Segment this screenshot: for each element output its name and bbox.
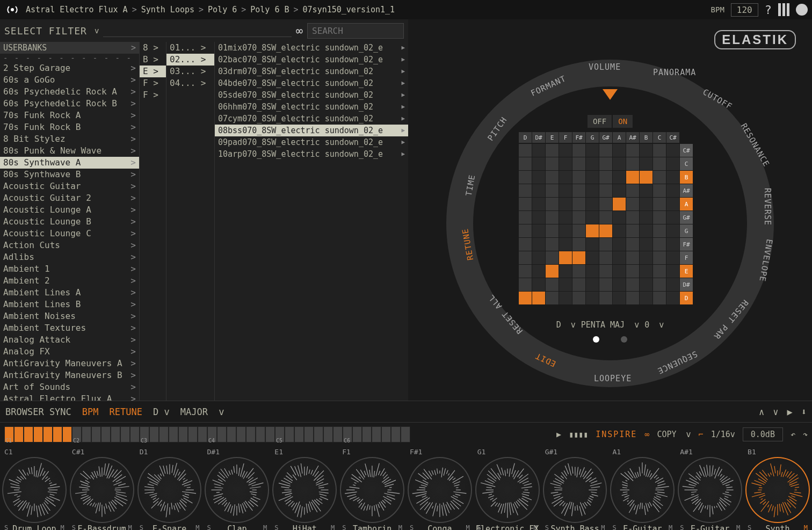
pad-waveform[interactable] — [475, 457, 540, 523]
browser-item[interactable]: F > — [140, 89, 166, 101]
note-cell[interactable] — [666, 292, 679, 304]
note-cell[interactable] — [572, 224, 585, 237]
userbank-item[interactable]: 80s Punk & New Wave> — [0, 145, 139, 157]
note-cell[interactable] — [559, 157, 572, 170]
note-cell[interactable] — [626, 198, 639, 210]
note-cell[interactable] — [626, 265, 639, 278]
note-row-label[interactable]: A# — [680, 184, 693, 197]
note-cell[interactable] — [599, 292, 612, 304]
note-cell[interactable] — [532, 198, 545, 210]
note-cell[interactable] — [546, 251, 559, 264]
sample-item[interactable]: 03drm070_8SW_electric sundown_02▶ — [215, 66, 408, 77]
play-icon[interactable]: ▶ — [556, 430, 561, 439]
download-icon[interactable]: ⬇ — [801, 406, 807, 417]
note-cell[interactable] — [546, 184, 559, 197]
note-cell[interactable] — [626, 251, 639, 264]
page-dot[interactable] — [593, 336, 599, 343]
note-cell[interactable] — [586, 292, 599, 304]
infinity-icon[interactable]: ∞ — [296, 24, 303, 38]
note-cell[interactable] — [532, 238, 545, 251]
note-cell[interactable] — [653, 292, 666, 304]
note-cell[interactable] — [532, 251, 545, 264]
userbank-item[interactable]: 60s a GoGo> — [0, 74, 139, 86]
note-cell[interactable] — [559, 265, 572, 278]
note-cell[interactable] — [626, 238, 639, 251]
sync-mode[interactable]: MAJOR v — [180, 406, 224, 417]
note-cell[interactable] — [599, 211, 612, 224]
note-cell[interactable] — [599, 171, 612, 184]
browser-item[interactable]: E > — [140, 66, 166, 77]
note-cell[interactable] — [640, 224, 653, 237]
pad-waveform[interactable] — [205, 457, 269, 523]
note-cell[interactable] — [519, 157, 532, 170]
note-cell[interactable] — [519, 238, 532, 251]
note-cell[interactable] — [532, 144, 545, 157]
note-cell[interactable] — [572, 238, 585, 251]
note-cell[interactable] — [572, 144, 585, 157]
userbank-item[interactable]: Ambient Lines B> — [0, 299, 139, 310]
breadcrumb-item[interactable]: Poly 6 B — [250, 5, 289, 14]
ring-loopeye[interactable]: LOOPEYE — [594, 374, 632, 383]
note-cell[interactable] — [559, 251, 572, 264]
scale-root[interactable]: D v — [556, 320, 576, 330]
ring-reverse[interactable]: REVERSE — [763, 188, 772, 226]
note-cell[interactable] — [599, 251, 612, 264]
note-cell[interactable] — [572, 157, 585, 170]
userbank-item[interactable]: 60s Psychedelic Rock B> — [0, 98, 139, 110]
userbank-item[interactable]: Acoustic Lounge B> — [0, 216, 139, 228]
note-cell[interactable] — [572, 184, 585, 197]
note-cell[interactable] — [586, 224, 599, 237]
note-cell[interactable] — [586, 171, 599, 184]
note-cell[interactable] — [653, 157, 666, 170]
note-cell[interactable] — [532, 265, 545, 278]
browser-sync-label[interactable]: BROWSER SYNC — [5, 406, 71, 417]
note-cell[interactable] — [546, 211, 559, 224]
note-cell[interactable] — [613, 224, 626, 237]
note-cell[interactable] — [613, 211, 626, 224]
note-cell[interactable] — [653, 198, 666, 210]
note-cell[interactable] — [613, 292, 626, 304]
copy-button[interactable]: COPY v — [657, 430, 691, 439]
note-cell[interactable] — [546, 171, 559, 184]
sample-pad[interactable]: A#1 SM — [678, 448, 742, 524]
inspire-button[interactable]: INSPIRE — [596, 430, 637, 439]
note-row-label[interactable]: C# — [680, 144, 693, 157]
note-cell[interactable] — [666, 198, 679, 210]
undo-icon[interactable]: ↶ — [791, 430, 795, 439]
pad-waveform[interactable] — [272, 457, 337, 523]
note-cell[interactable] — [519, 292, 532, 304]
note-cell[interactable] — [666, 278, 679, 291]
note-cell[interactable] — [546, 157, 559, 170]
sync-bpm[interactable]: BPM — [82, 406, 99, 417]
note-cell[interactable] — [666, 251, 679, 264]
note-cell[interactable] — [586, 211, 599, 224]
search-input[interactable] — [307, 23, 404, 39]
note-cell[interactable] — [653, 251, 666, 264]
note-row-label[interactable]: A — [680, 198, 693, 210]
userbank-item[interactable]: Adlibs> — [0, 251, 139, 263]
sample-pad[interactable]: C#1 SM — [70, 448, 134, 524]
sample-pad[interactable]: D#1 SM — [205, 448, 269, 524]
userbank-item[interactable]: Ambient 1> — [0, 263, 139, 275]
userbank-item[interactable]: 8 Bit Stylez> — [0, 133, 139, 145]
note-cell[interactable] — [572, 211, 585, 224]
note-cell[interactable] — [640, 278, 653, 291]
help-icon[interactable]: ? — [765, 3, 772, 17]
note-cell[interactable] — [666, 157, 679, 170]
ring-volume[interactable]: VOLUME — [589, 62, 621, 72]
note-cell[interactable] — [640, 198, 653, 210]
note-cell[interactable] — [586, 157, 599, 170]
note-cell[interactable] — [599, 224, 612, 237]
note-cell[interactable] — [653, 224, 666, 237]
note-cell[interactable] — [653, 278, 666, 291]
pad-waveform[interactable] — [678, 457, 742, 523]
page-dot[interactable] — [621, 336, 627, 343]
userbank-item[interactable]: Ambient Textures> — [0, 322, 139, 334]
note-cell[interactable] — [626, 224, 639, 237]
nav-up-icon[interactable]: ∧ — [759, 406, 764, 417]
userbank-item[interactable]: AntiGravity Maneuvers A> — [0, 358, 139, 369]
note-cell[interactable] — [626, 211, 639, 224]
note-cell[interactable] — [519, 198, 532, 210]
note-cell[interactable] — [666, 144, 679, 157]
note-cell[interactable] — [532, 171, 545, 184]
